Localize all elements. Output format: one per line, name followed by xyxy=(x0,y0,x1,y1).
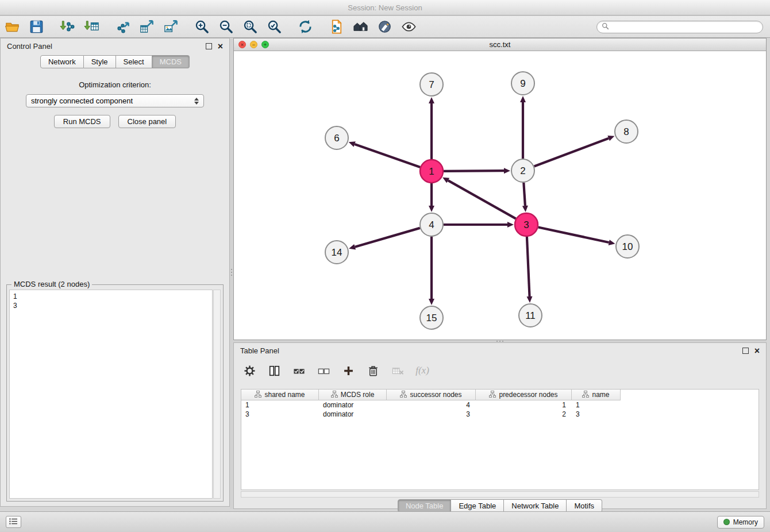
column-type-icon xyxy=(400,391,407,399)
toolbar-group xyxy=(114,18,179,36)
import-network-icon[interactable] xyxy=(59,18,76,36)
table-cell[interactable]: 1 xyxy=(241,400,319,410)
close-panel-icon[interactable]: × xyxy=(218,43,223,49)
network-node-8[interactable]: 8 xyxy=(615,120,638,143)
table-row[interactable]: 3dominator323 xyxy=(241,410,759,419)
optimization-criterion-dropdown[interactable]: strongly connected component xyxy=(26,94,204,107)
style-icon[interactable] xyxy=(376,18,393,36)
network-edge-1-4[interactable] xyxy=(429,183,434,212)
search-icon xyxy=(602,22,612,32)
float-panel-icon[interactable] xyxy=(206,43,212,49)
export-table-icon[interactable] xyxy=(138,18,155,36)
column-header-predecessor-nodes[interactable]: predecessor nodes xyxy=(476,390,572,400)
table-tab-motifs[interactable]: Motifs xyxy=(567,499,602,512)
zoom-out-icon[interactable] xyxy=(217,18,234,36)
network-node-2[interactable]: 2 xyxy=(511,159,534,182)
close-panel-icon[interactable]: × xyxy=(754,348,760,354)
run-mcds-button[interactable]: Run MCDS xyxy=(54,115,110,128)
network-node-7[interactable]: 7 xyxy=(420,73,443,96)
columns-icon[interactable] xyxy=(267,363,282,378)
network-node-9[interactable]: 9 xyxy=(511,72,534,95)
tab-select[interactable]: Select xyxy=(116,55,152,68)
close-panel-button[interactable]: Close panel xyxy=(118,115,176,128)
home-icon[interactable] xyxy=(352,18,369,36)
network-edge-2-8[interactable] xyxy=(534,136,615,167)
network-node-3[interactable]: 3 xyxy=(515,213,538,236)
zoom-selected-icon[interactable] xyxy=(265,18,283,36)
network-edge-4-3[interactable] xyxy=(444,222,514,228)
network-edge-1-2[interactable] xyxy=(444,168,510,174)
table-horizontal-scrollbar[interactable] xyxy=(241,491,759,498)
settings-icon[interactable] xyxy=(242,363,257,378)
network-edge-4-14[interactable] xyxy=(349,228,420,250)
network-window-titlebar[interactable]: ×−+ scc.txt xyxy=(234,38,766,51)
tab-network[interactable]: Network xyxy=(40,55,84,68)
import-table-icon[interactable] xyxy=(83,18,100,36)
network-node-6[interactable]: 6 xyxy=(325,126,348,149)
network-edge-3-10[interactable] xyxy=(538,227,615,245)
table-cell[interactable]: 1 xyxy=(476,400,572,410)
eye-icon[interactable] xyxy=(400,18,417,36)
network-edge-2-3[interactable] xyxy=(522,183,528,212)
export-image-icon[interactable] xyxy=(162,18,179,36)
save-icon[interactable] xyxy=(28,18,45,36)
table-tab-network-table[interactable]: Network Table xyxy=(504,499,567,512)
network-canvas[interactable]: 7968124310141511 xyxy=(234,51,766,339)
task-history-button[interactable] xyxy=(6,516,21,528)
result-scrollbar[interactable] xyxy=(213,290,221,499)
clone-network-icon[interactable] xyxy=(328,18,345,36)
network-edge-1-7[interactable] xyxy=(429,97,434,159)
network-edge-4-15[interactable] xyxy=(429,237,434,305)
table-cell[interactable]: dominator xyxy=(319,410,387,419)
apply-layout-icon[interactable] xyxy=(297,18,314,36)
svg-text:14: 14 xyxy=(332,247,342,258)
memory-button[interactable]: Memory xyxy=(717,516,764,529)
table-cell[interactable]: 3 xyxy=(387,410,476,419)
column-header-shared-name[interactable]: shared name xyxy=(241,390,319,400)
toolbar-group xyxy=(328,18,417,36)
network-edge-3-1[interactable] xyxy=(442,178,516,219)
search-input[interactable] xyxy=(612,23,758,31)
export-network-icon[interactable] xyxy=(114,18,131,36)
table-cell[interactable]: 4 xyxy=(387,400,476,410)
table-tab-node-table[interactable]: Node Table xyxy=(398,499,452,512)
search-box[interactable] xyxy=(596,21,763,33)
network-node-15[interactable]: 15 xyxy=(420,306,443,329)
select-all-icon[interactable] xyxy=(291,363,306,378)
tab-mcds[interactable]: MCDS xyxy=(152,55,190,68)
network-edge-3-11[interactable] xyxy=(527,237,533,303)
network-window-title: scc.txt xyxy=(234,40,766,49)
column-header-name[interactable]: name xyxy=(572,390,621,400)
float-panel-icon[interactable] xyxy=(742,348,749,354)
deselect-all-icon[interactable] xyxy=(316,363,331,378)
table-cell[interactable]: 1 xyxy=(572,400,621,410)
delete-row-icon[interactable] xyxy=(365,363,380,378)
add-row-icon[interactable] xyxy=(341,363,356,378)
table-tab-edge-table[interactable]: Edge Table xyxy=(451,499,504,512)
network-node-4[interactable]: 4 xyxy=(420,213,443,236)
open-icon[interactable] xyxy=(3,18,21,36)
zoom-fit-icon[interactable] xyxy=(241,18,259,36)
network-edge-2-9[interactable] xyxy=(520,96,526,159)
tab-style[interactable]: Style xyxy=(84,55,116,68)
close-window-icon[interactable]: × xyxy=(238,41,246,48)
table-row[interactable]: 1dominator411 xyxy=(241,400,759,410)
network-node-10[interactable]: 10 xyxy=(616,235,639,258)
network-node-1[interactable]: 1 xyxy=(420,160,443,183)
minimize-window-icon[interactable]: − xyxy=(250,41,257,48)
zoom-window-icon[interactable]: + xyxy=(261,41,269,48)
table-cell[interactable]: 3 xyxy=(241,410,319,419)
table-cell[interactable]: 3 xyxy=(572,410,621,419)
network-view-window: ×−+ scc.txt 7968124310141511 xyxy=(233,38,767,340)
zoom-in-icon[interactable] xyxy=(193,18,210,36)
network-node-14[interactable]: 14 xyxy=(325,241,348,264)
network-node-11[interactable]: 11 xyxy=(519,304,542,327)
table-cell[interactable]: 2 xyxy=(476,410,572,419)
column-header-mcds-role[interactable]: MCDS role xyxy=(319,390,387,400)
column-header-label: shared name xyxy=(264,391,305,399)
table-panel: Table Panel × f(x) shared nameMCDS roles… xyxy=(233,342,767,509)
column-header-successor-nodes[interactable]: successor nodes xyxy=(387,390,476,400)
network-edge-1-6[interactable] xyxy=(349,141,420,167)
control-panel-header: Control Panel × xyxy=(1,38,229,53)
table-cell[interactable]: dominator xyxy=(319,400,387,410)
